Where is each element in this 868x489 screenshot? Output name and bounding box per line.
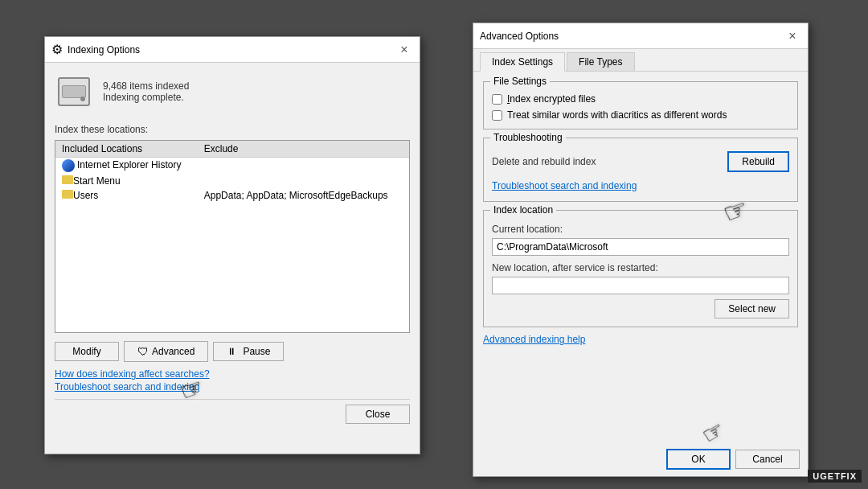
col-exclude: Exclude <box>198 141 409 158</box>
index-location-legend: Index location <box>490 204 556 216</box>
locations-header-row: Included Locations Exclude <box>55 141 409 158</box>
index-location-group: Index location Current location: New loc… <box>483 210 798 327</box>
watermark: UGETFIX <box>808 470 862 483</box>
hdd-icon-container <box>55 72 93 111</box>
advanced-button[interactable]: Advanced <box>124 341 208 362</box>
hard-drive-icon <box>58 77 90 106</box>
troubleshoot-left-link[interactable]: Troubleshoot search and indexing <box>55 381 410 392</box>
rebuild-row: Delete and rebuild index Rebuild <box>492 151 789 172</box>
indexing-links: How does indexing affect searches? Troub… <box>55 368 410 392</box>
select-new-button[interactable]: Select new <box>714 299 789 318</box>
tabs-bar: Index Settings File Types <box>473 49 808 72</box>
locations-table: Included Locations Exclude Internet Expl… <box>55 140 410 333</box>
location-cell: Start Menu <box>55 174 198 188</box>
index-count: 9,468 items indexed <box>103 80 189 92</box>
diacritics-checkbox[interactable] <box>492 110 502 121</box>
table-row: Start Menu <box>55 174 409 188</box>
indexing-options-title-text: Indexing Options <box>68 44 140 55</box>
indexing-icon: ⚙ <box>51 42 63 57</box>
advanced-options-dialog: Advanced Options × Index Settings File T… <box>473 23 809 477</box>
locations-tbody: Internet Explorer HistoryStart MenuUsers… <box>55 158 409 203</box>
indexing-options-titlebar: ⚙ Indexing Options × <box>45 37 420 63</box>
locations-label: Index these locations: <box>55 124 410 135</box>
current-location-label: Current location: <box>492 224 789 235</box>
encrypt-checkbox-row: Index encrypted files <box>492 93 789 105</box>
table-row: Internet Explorer History <box>55 158 409 175</box>
shield-icon <box>137 345 149 358</box>
diacritics-checkbox-row: Treat similar words with diacritics as d… <box>492 109 789 121</box>
index-encrypted-label: Index encrypted files <box>507 93 596 105</box>
index-status: 9,468 items indexed Indexing complete. <box>55 72 410 111</box>
current-location-input[interactable] <box>492 238 789 256</box>
close-row: Close <box>55 399 410 424</box>
advanced-options-title: Advanced Options <box>480 31 559 42</box>
col-included: Included Locations <box>55 141 198 158</box>
ok-button[interactable]: OK <box>666 449 731 470</box>
location-cell: Users <box>55 188 198 203</box>
indexing-options-title: ⚙ Indexing Options <box>51 42 140 57</box>
indexing-options-dialog: ⚙ Indexing Options × 9,468 items indexed… <box>44 36 420 454</box>
indexing-options-content: 9,468 items indexed Indexing complete. I… <box>45 63 420 434</box>
rebuild-button[interactable]: Rebuild <box>727 151 789 172</box>
troubleshoot-link-row: Troubleshoot search and indexing <box>492 180 789 191</box>
advanced-bottom-row: OK Cancel <box>473 442 808 476</box>
how-does-indexing-link[interactable]: How does indexing affect searches? <box>55 368 410 380</box>
pause-button[interactable]: Pause <box>213 342 284 361</box>
folder-icon <box>62 175 73 184</box>
delete-rebuild-label: Delete and rebuild index <box>492 156 596 167</box>
pause-button-label: Pause <box>243 346 270 357</box>
exclude-cell <box>198 174 409 188</box>
index-status-text: 9,468 items indexed Indexing complete. <box>103 80 189 103</box>
modify-button[interactable]: Modify <box>55 342 119 361</box>
file-settings-group: File Settings Index encrypted files Trea… <box>483 81 798 129</box>
tab-file-types[interactable]: File Types <box>567 52 634 72</box>
advanced-options-title-text: Advanced Options <box>480 31 559 42</box>
troubleshoot-right-link[interactable]: Troubleshoot search and indexing <box>492 180 789 191</box>
table-row: UsersAppData; AppData; MicrosoftEdgeBack… <box>55 188 409 203</box>
tab-index-settings[interactable]: Index Settings <box>480 52 565 72</box>
diacritics-label: Treat similar words with diacritics as d… <box>507 109 727 121</box>
exclude-cell <box>198 158 409 175</box>
select-new-row: Select new <box>492 299 789 318</box>
new-location-label: New location, after service is restarted… <box>492 262 789 273</box>
ie-globe-icon <box>62 159 75 172</box>
close-button[interactable]: Close <box>346 405 410 424</box>
cancel-button[interactable]: Cancel <box>735 450 800 469</box>
indexing-close-button[interactable]: × <box>395 41 413 59</box>
indexing-dialog-buttons: Modify Advanced Pause <box>55 341 410 362</box>
advanced-options-titlebar: Advanced Options × <box>473 23 808 49</box>
index-encrypted-checkbox[interactable] <box>492 94 502 105</box>
advanced-options-content: File Settings Index encrypted files Trea… <box>473 72 808 388</box>
folder-icon <box>62 190 73 199</box>
troubleshooting-legend: Troubleshooting <box>490 132 566 143</box>
location-cell: Internet Explorer History <box>55 158 198 175</box>
new-location-input[interactable] <box>492 277 789 294</box>
exclude-cell: AppData; AppData; MicrosoftEdgeBackups <box>198 188 409 203</box>
advanced-button-label: Advanced <box>152 346 194 357</box>
advanced-indexing-link-row: Advanced indexing help <box>475 334 806 387</box>
advanced-indexing-help-link[interactable]: Advanced indexing help <box>483 334 798 345</box>
locations-table-inner: Included Locations Exclude Internet Expl… <box>55 141 409 203</box>
locations-table-header: Included Locations Exclude <box>55 141 409 158</box>
advanced-close-button[interactable]: × <box>784 27 801 45</box>
index-status-message: Indexing complete. <box>103 92 189 103</box>
file-settings-legend: File Settings <box>490 76 550 87</box>
troubleshooting-group: Troubleshooting Delete and rebuild index… <box>483 138 798 202</box>
